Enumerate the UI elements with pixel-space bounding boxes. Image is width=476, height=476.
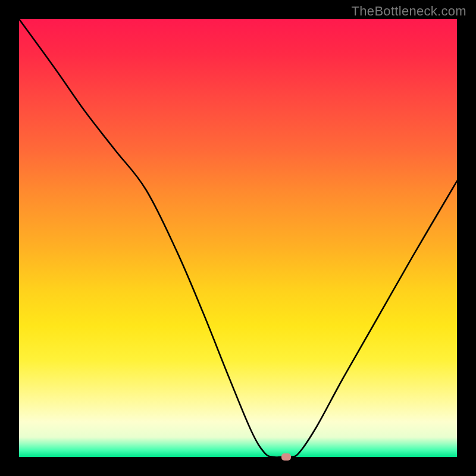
chart-frame: TheBottleneck.com xyxy=(0,0,476,476)
plot-area xyxy=(19,19,457,457)
watermark-text: TheBottleneck.com xyxy=(352,4,466,19)
optimal-point-marker xyxy=(281,453,291,461)
bottleneck-curve xyxy=(19,19,457,457)
